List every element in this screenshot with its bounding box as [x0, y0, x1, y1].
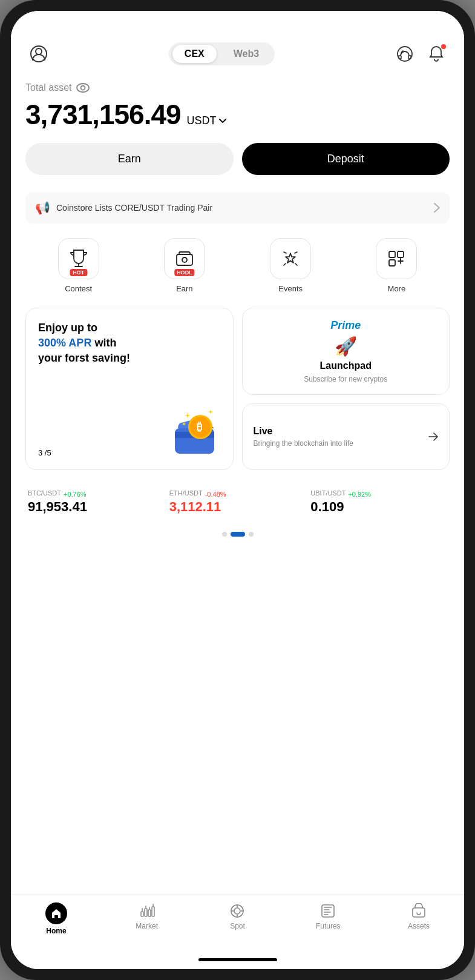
home-indicator	[11, 950, 464, 969]
events-label: Events	[278, 284, 303, 293]
rocket-icon: 🚀	[335, 336, 357, 357]
contest-label: Contest	[65, 284, 92, 293]
launchpad-card[interactable]: Prime 🚀 Launchpad Subscribe for new cryp…	[242, 308, 450, 395]
menu-item-earn[interactable]: HODL Earn	[164, 238, 205, 293]
market-icon	[138, 902, 156, 919]
svg-rect-17	[148, 910, 151, 916]
ubit-price: 0.109	[310, 499, 447, 515]
asset-currency: USDT	[187, 114, 226, 127]
menu-item-events[interactable]: Events	[270, 238, 311, 293]
earn-menu-label: Earn	[176, 284, 192, 293]
dot-1	[222, 532, 227, 537]
eth-change: -0.48%	[205, 491, 226, 498]
market-label: Market	[136, 922, 158, 930]
nav-futures[interactable]: Futures	[283, 902, 373, 935]
live-card[interactable]: Live Bringing the blockchain into life	[242, 403, 450, 470]
top-nav: CEX Web3	[11, 38, 464, 73]
launchpad-subtitle: Subscribe for new cryptos	[304, 375, 387, 383]
ticker-btc[interactable]: BTC/USDT +0.76% 91,953.41	[25, 485, 167, 520]
trophy-icon	[68, 248, 90, 270]
quick-menu: HOT Contest HODL Earn	[25, 238, 450, 293]
cex-tab[interactable]: CEX	[172, 45, 217, 63]
status-bar	[11, 11, 464, 38]
futures-icon	[319, 902, 337, 919]
svg-text:₿: ₿	[197, 421, 202, 433]
contest-icon-box: HOT	[58, 238, 99, 279]
btc-change: +0.76%	[64, 491, 87, 498]
btc-pair: BTC/USDT	[28, 489, 61, 497]
events-icon	[280, 248, 301, 269]
asset-value: 3,731,156.49 USDT	[25, 98, 450, 131]
menu-item-more[interactable]: More	[376, 238, 417, 293]
svg-rect-16	[145, 909, 147, 916]
more-icon-box	[376, 238, 417, 279]
svg-rect-21	[322, 905, 334, 917]
menu-item-contest[interactable]: HOT Contest	[58, 238, 99, 293]
svg-rect-14	[54, 915, 58, 918]
deposit-button[interactable]: Deposit	[242, 143, 450, 175]
arrow-right-icon	[428, 432, 438, 442]
nav-home[interactable]: Home	[11, 902, 102, 935]
svg-rect-7	[398, 251, 404, 257]
ticker-ubit[interactable]: UBIT/USDT +0.92% 0.109	[308, 485, 450, 520]
web3-tab[interactable]: Web3	[221, 45, 271, 63]
phone-frame: CEX Web3	[0, 0, 475, 980]
assets-icon	[410, 902, 428, 919]
chevron-right-icon	[434, 203, 440, 213]
eth-price: 3,112.11	[169, 499, 306, 515]
asset-number: 3,731,156.49	[25, 98, 181, 131]
dot-2	[231, 532, 245, 537]
svg-rect-18	[152, 907, 154, 916]
coin-illustration: ₿	[169, 405, 223, 460]
svg-rect-6	[389, 251, 395, 257]
svg-point-5	[182, 257, 187, 262]
mode-switcher: CEX Web3	[169, 42, 275, 65]
spot-label: Spot	[230, 922, 245, 930]
spot-icon	[228, 902, 246, 919]
svg-point-2	[77, 84, 89, 92]
earn-promo-text: Enjoy up to 300% APR with your forst sav…	[38, 320, 221, 366]
nav-spot[interactable]: Spot	[192, 902, 283, 935]
earn-button[interactable]: Earn	[25, 143, 234, 175]
megaphone-icon: 📢	[35, 200, 50, 215]
nav-market[interactable]: Market	[102, 902, 192, 935]
card-right-col: Prime 🚀 Launchpad Subscribe for new cryp…	[242, 308, 450, 470]
eye-icon[interactable]	[76, 83, 90, 93]
events-icon-box	[270, 238, 311, 279]
announcement-left: 📢 Coinstore Lists CORE/USDT Trading Pair	[35, 200, 212, 215]
eth-pair: ETH/USDT	[169, 489, 203, 497]
phone-screen: CEX Web3	[11, 11, 464, 969]
notification-dot	[441, 44, 446, 49]
earn-icon-box: HODL	[164, 238, 205, 279]
action-buttons: Earn Deposit	[25, 143, 450, 175]
live-row: Live Bringing the blockchain into life	[254, 426, 439, 448]
home-label: Home	[46, 927, 66, 935]
ubit-change: +0.92%	[348, 491, 371, 498]
earn-icon	[174, 248, 195, 269]
main-content: Total asset 3,731,156.49 USDT Earn	[11, 73, 464, 895]
earn-promo-card[interactable]: Enjoy up to 300% APR with your forst sav…	[25, 308, 234, 470]
ubit-pair: UBIT/USDT	[310, 489, 346, 497]
svg-rect-22	[413, 908, 425, 917]
svg-rect-8	[389, 260, 395, 266]
live-title: Live	[254, 426, 353, 437]
svg-rect-4	[177, 254, 192, 265]
notification-button[interactable]	[425, 43, 447, 65]
grid-plus-icon	[386, 248, 407, 269]
svg-rect-15	[141, 912, 143, 916]
asset-section: Total asset 3,731,156.49 USDT Earn	[25, 73, 450, 192]
ticker-eth[interactable]: ETH/USDT -0.48% 3,112.11	[167, 485, 309, 520]
ticker-dots	[25, 532, 450, 537]
announcement-banner[interactable]: 📢 Coinstore Lists CORE/USDT Trading Pair	[25, 192, 450, 223]
home-indicator-bar	[198, 958, 277, 961]
profile-button[interactable]	[28, 43, 50, 65]
prime-label: Prime	[330, 319, 361, 332]
launchpad-title: Launchpad	[320, 360, 372, 371]
nav-assets[interactable]: Assets	[373, 902, 464, 935]
price-ticker: BTC/USDT +0.76% 91,953.41 ETH/USDT -0.48…	[25, 485, 450, 520]
hodl-badge: HODL	[174, 269, 195, 276]
dot-3	[249, 532, 254, 537]
hot-badge: HOT	[70, 269, 87, 276]
home-icon	[45, 902, 67, 924]
support-button[interactable]	[394, 43, 416, 65]
